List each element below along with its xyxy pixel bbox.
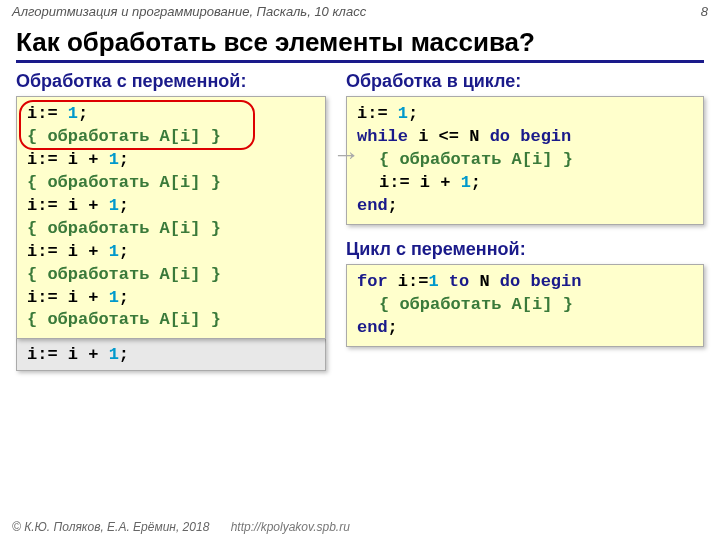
code-line: { обработать A[i] } [27, 126, 315, 149]
code-line: end; [357, 317, 693, 340]
course-name: Алгоритмизация и программирование, Паска… [12, 4, 366, 19]
copyright: © К.Ю. Поляков, Е.А. Ерёмин, 2018 [12, 520, 209, 534]
right-label-2: Цикл с переменной: [346, 239, 704, 260]
code-line: { обработать A[i] } [357, 294, 693, 317]
header-bar: Алгоритмизация и программирование, Паска… [0, 0, 720, 23]
code-line: for i:=1 to N do begin [357, 271, 693, 294]
right-column: Обработка в цикле: i:= 1;while i <= N do… [346, 71, 704, 371]
code-line: { обработать A[i] } [27, 264, 315, 287]
left-code-box: i:= 1;{ обработать A[i] }i:= i + 1;{ обр… [16, 96, 326, 339]
code-line: i:= 1; [357, 103, 693, 126]
right-label-1: Обработка в цикле: [346, 71, 704, 92]
left-column: Обработка с переменной: i:= 1;{ обработа… [16, 71, 326, 371]
title-underline [16, 60, 704, 63]
code-line: { обработать A[i] } [27, 172, 315, 195]
left-section-label: Обработка с переменной: [16, 71, 326, 92]
while-code-box: i:= 1;while i <= N do begin{ обработать … [346, 96, 704, 225]
code-line: i:= i + 1; [357, 172, 693, 195]
code-line: end; [357, 195, 693, 218]
page-number: 8 [701, 4, 708, 19]
for-code-box: for i:=1 to N do begin{ обработать A[i] … [346, 264, 704, 347]
content-columns: Обработка с переменной: i:= 1;{ обработа… [0, 71, 720, 371]
gray-text-n: 1 [109, 345, 119, 364]
footer: © К.Ю. Поляков, Е.А. Ерёмин, 2018 http:/… [12, 520, 350, 534]
code-line: { обработать A[i] } [357, 149, 693, 172]
left-gray-box: i:= i + 1; [16, 339, 326, 371]
footer-url: http://kpolyakov.spb.ru [231, 520, 350, 534]
code-line: { обработать A[i] } [27, 218, 315, 241]
code-line: i:= i + 1; [27, 195, 315, 218]
code-line: while i <= N do begin [357, 126, 693, 149]
gray-text-b: ; [119, 345, 129, 364]
code-line: { обработать A[i] } [27, 309, 315, 332]
code-line: i:= i + 1; [27, 149, 315, 172]
gray-text-a: i:= i + [27, 345, 109, 364]
code-line: i:= i + 1; [27, 287, 315, 310]
code-line: i:= i + 1; [27, 241, 315, 264]
page-title: Как обработать все элементы массива? [0, 23, 720, 60]
arrow-right-icon [332, 141, 360, 169]
code-line: i:= 1; [27, 103, 315, 126]
